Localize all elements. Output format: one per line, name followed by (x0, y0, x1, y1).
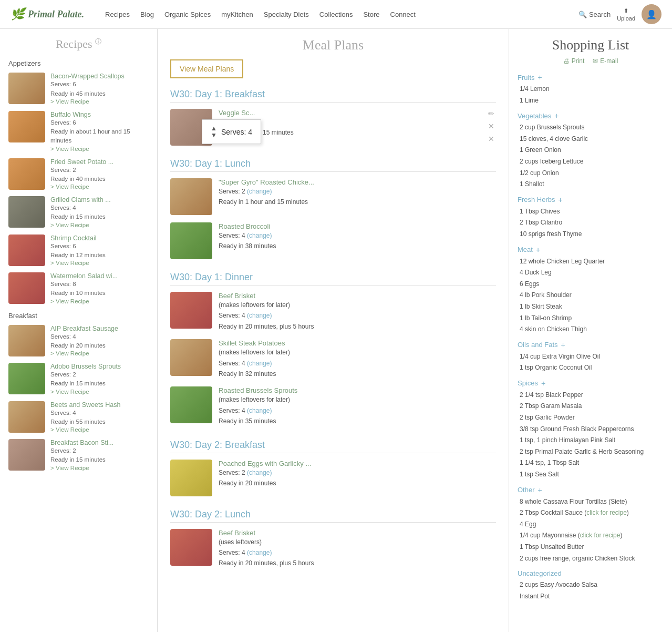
shopping-item: 1/4 cup Extra Virgin Olive Oil (518, 351, 664, 363)
meal-name[interactable]: Beef Brisket (219, 529, 496, 537)
shopping-item: 2 tsp Garlic Powder (518, 412, 664, 424)
shopping-item: 1 Green Onion (518, 145, 664, 156)
change-link[interactable]: (change) (247, 312, 272, 319)
shopping-item: 2 Tbsp Cilantro (518, 217, 664, 229)
list-item: Grilled Clams with ... Serves: 4Ready in… (8, 196, 149, 228)
recipe-name[interactable]: Grilled Clams with ... (50, 196, 149, 203)
edit-icon[interactable]: ✏ (487, 109, 496, 118)
nav-organic-spices[interactable]: Organic Spices (164, 11, 211, 18)
recipe-name[interactable]: Buffalo Wings (50, 111, 149, 118)
view-meal-plans-button[interactable]: View Meal Plans (170, 59, 243, 78)
logo[interactable]: 🌿 Primal Palate. (11, 7, 84, 21)
close-icon-2[interactable]: ✕ (487, 134, 496, 144)
serves-up-arrow[interactable]: ▲ (211, 125, 217, 131)
category-label: Fruits (518, 74, 535, 81)
add-spices-icon[interactable]: + (541, 379, 545, 388)
meal-thumbnail (170, 292, 212, 329)
shopping-item: 8 whole Cassava Flour Tortillas (Siete) (518, 496, 664, 508)
shopping-item: 2 Tbsp Garam Masala (518, 401, 664, 412)
view-recipe-link[interactable]: > View Recipe (50, 350, 149, 356)
nav-connect[interactable]: Connect (390, 11, 416, 18)
recipe-thumbnail (8, 363, 45, 394)
view-recipe-link[interactable]: > View Recipe (50, 426, 149, 433)
recipe-name[interactable]: Breakfast Bacon Sti... (50, 439, 149, 446)
view-recipe-link[interactable]: > View Recipe (50, 298, 149, 304)
recipe-name[interactable]: Shrimp Cocktail (50, 235, 149, 242)
add-herbs-icon[interactable]: + (559, 196, 563, 204)
change-link[interactable]: (change) (247, 407, 272, 414)
category-uncategorized: Uncategorized (518, 569, 664, 577)
add-fruits-icon[interactable]: + (538, 73, 542, 81)
view-recipe-link[interactable]: > View Recipe (50, 260, 149, 266)
meal-item: Beef Brisket (uses leftovers)Serves: 4 (… (170, 529, 496, 569)
nav-blog[interactable]: Blog (140, 11, 154, 18)
recipe-name[interactable]: Beets and Sweets Hash (50, 401, 149, 409)
day-section: W30: Day 2: Breakfast Poached Eggs with … (170, 440, 496, 496)
recipe-thumbnail (8, 73, 45, 104)
recipe-name[interactable]: Adobo Brussels Sprouts (50, 363, 149, 370)
recipe-name[interactable]: AIP Breakfast Sausage (50, 325, 149, 332)
view-recipe-link[interactable]: > View Recipe (50, 389, 149, 395)
nav-specialty-diets[interactable]: Specialty Diets (264, 11, 309, 18)
recipe-info: Watermelon Salad wi... Serves: 8Ready in… (50, 272, 149, 304)
recipe-meta: Serves: 4Ready in 55 minutes (50, 409, 149, 427)
cocktail-sauce-link[interactable]: click for recipe (586, 509, 627, 516)
nav-store[interactable]: Store (363, 11, 379, 18)
view-recipe-link[interactable]: > View Recipe (50, 98, 149, 105)
recipe-thumbnail (8, 325, 45, 356)
change-link[interactable]: (change) (247, 188, 272, 195)
appetizers-section-label: Appetizers (8, 59, 149, 67)
recipe-name[interactable]: Watermelon Salad wi... (50, 272, 149, 280)
shopping-item: 2 cups Iceberg Lettuce (518, 156, 664, 168)
print-button[interactable]: 🖨 Print (563, 57, 585, 65)
meal-item: Roasted Broccoli Serves: 4 (change)Ready… (170, 222, 496, 259)
change-link[interactable]: (change) (247, 360, 272, 367)
meal-name[interactable]: "Super Gyro" Roasted Chicke... (219, 178, 496, 186)
add-meat-icon[interactable]: + (536, 246, 540, 254)
view-recipe-link[interactable]: > View Recipe (50, 222, 149, 228)
recipe-info: Breakfast Bacon Sti... Serves: 2Ready in… (50, 439, 149, 471)
recipe-name[interactable]: Bacon-Wrapped Scallops (50, 73, 149, 80)
nav-mykitchen[interactable]: myKitchen (221, 11, 253, 18)
meal-meta: Serves: 2 (change)Ready in 20 minutes (219, 467, 496, 489)
sidebar-title: Recipes ⓘ (8, 37, 149, 51)
logo-icon: 🌿 (11, 7, 25, 21)
email-button[interactable]: ✉ E-mail (593, 57, 618, 65)
meal-name[interactable]: Roasted Broccoli (219, 222, 496, 230)
change-link[interactable]: (change) (247, 549, 272, 556)
add-vegetables-icon[interactable]: + (554, 111, 559, 120)
meal-name[interactable]: Roasted Brussels Sprouts (219, 386, 496, 394)
view-recipe-link[interactable]: > View Recipe (50, 184, 149, 190)
logo-text: Primal Palate. (28, 9, 84, 20)
meal-name[interactable]: Veggie Sc... (219, 109, 480, 117)
list-item: Adobo Brussels Sprouts Serves: 2Ready in… (8, 363, 149, 395)
avatar[interactable]: 👤 (642, 4, 661, 24)
serves-down-arrow[interactable]: ▼ (211, 132, 217, 138)
recipe-name[interactable]: Fried Sweet Potato ... (50, 158, 149, 166)
recipe-info: Shrimp Cocktail Serves: 6Ready in 12 min… (50, 235, 149, 267)
upload-label: Upload (617, 15, 635, 22)
add-other-icon[interactable]: + (538, 486, 542, 494)
list-item: Bacon-Wrapped Scallops Serves: 6Ready in… (8, 73, 149, 105)
change-link[interactable]: (change) (247, 232, 272, 239)
meal-item: ▲ ▼ Serves: 4 Veggie Sc... Serves: 4Read… (170, 109, 496, 146)
view-recipe-link[interactable]: > View Recipe (50, 465, 149, 471)
change-link[interactable]: (change) (247, 469, 272, 476)
meal-thumbnail (170, 222, 212, 259)
search-button[interactable]: 🔍 Search (578, 11, 611, 18)
sidebar-info-icon[interactable]: ⓘ (95, 38, 101, 45)
nav-collections[interactable]: Collections (319, 11, 353, 18)
view-recipe-link[interactable]: > View Recipe (50, 146, 149, 152)
meal-name[interactable]: Poached Eggs with Garlicky ... (219, 460, 496, 467)
add-oils-icon[interactable]: + (561, 341, 565, 349)
close-icon[interactable]: ✕ (487, 121, 496, 131)
category-fresh-herbs: Fresh Herbs + (518, 196, 664, 204)
mayonnaise-link[interactable]: click for recipe (580, 532, 621, 539)
nav-recipes[interactable]: Recipes (105, 11, 130, 18)
shopping-item: 2 tsp Primal Palate Garlic & Herb Season… (518, 446, 664, 458)
meal-name[interactable]: Beef Brisket (219, 292, 496, 300)
upload-button[interactable]: ⬆ Upload (617, 7, 635, 22)
meal-name[interactable]: Skillet Steak Potatoes (219, 339, 496, 347)
shopping-item: 1/4 cup Mayonnaise (click for recipe) (518, 530, 664, 542)
recipe-meta: Serves: 6Ready in about 1 hour and 15 mi… (50, 118, 149, 146)
